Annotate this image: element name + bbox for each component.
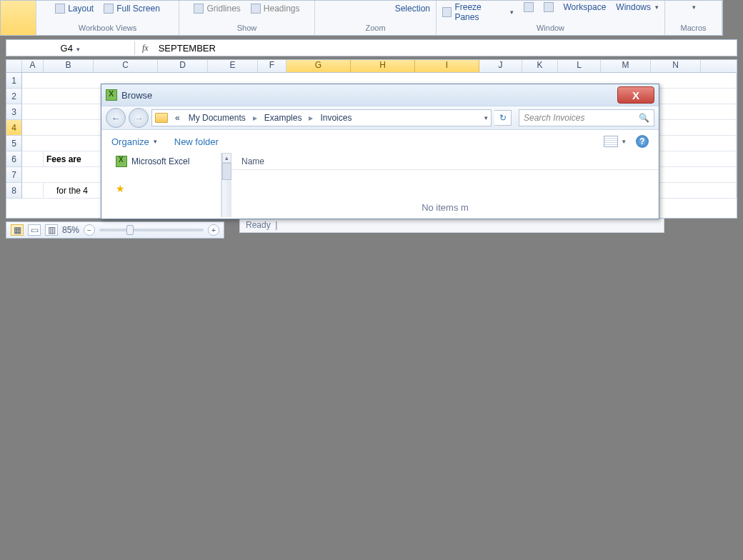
freeze-panes-button[interactable]: Freeze Panes▾ bbox=[439, 2, 517, 22]
column-header-name[interactable]: Name bbox=[241, 156, 264, 166]
new-folder-button[interactable]: New folder bbox=[174, 136, 219, 147]
col-header-c[interactable]: C bbox=[94, 60, 158, 72]
chevron-down-icon: ▾ bbox=[622, 138, 626, 145]
col-header-k[interactable]: K bbox=[522, 60, 558, 72]
sidebar-item-favorites[interactable]: ★ bbox=[101, 180, 221, 197]
col-header-i[interactable]: I bbox=[415, 60, 479, 72]
row-header[interactable]: 5 bbox=[6, 136, 22, 151]
window-split-2[interactable] bbox=[541, 2, 557, 12]
col-header-n[interactable]: N bbox=[651, 60, 701, 72]
layout-button[interactable]: Layout bbox=[52, 4, 96, 14]
help-button[interactable]: ? bbox=[636, 135, 649, 148]
col-header-d[interactable]: D bbox=[158, 60, 208, 72]
layout-icon bbox=[55, 4, 65, 14]
row-header[interactable]: 3 bbox=[6, 104, 22, 120]
col-header-h[interactable]: H bbox=[351, 60, 415, 72]
scroll-up-icon[interactable]: ▴ bbox=[222, 153, 231, 163]
view-pagebreak-button[interactable]: ▥ bbox=[45, 224, 58, 236]
cell[interactable] bbox=[22, 183, 44, 199]
dialog-sidebar: Microsoft Excel ★ bbox=[101, 153, 221, 217]
chevron-down-icon[interactable]: ▾ bbox=[692, 4, 696, 11]
gridlines-toggle[interactable]: Gridlines bbox=[191, 4, 243, 14]
zoom-selection-button[interactable]: Selection bbox=[392, 4, 433, 14]
excel-icon bbox=[106, 89, 117, 101]
switch-windows-button[interactable]: Windows▾ bbox=[613, 2, 662, 12]
chevron-down-icon: ▾ bbox=[76, 46, 80, 53]
close-icon: X bbox=[632, 89, 639, 101]
nav-forward-button[interactable]: → bbox=[129, 108, 149, 128]
row-header[interactable]: 4 bbox=[6, 120, 22, 136]
zoom-level: 85% bbox=[62, 225, 79, 235]
save-workspace-button[interactable]: Workspace bbox=[561, 2, 609, 12]
chevron-down-icon: ▾ bbox=[510, 9, 514, 16]
formula-input[interactable]: SEPTEMBER bbox=[156, 41, 737, 55]
row-header[interactable]: 7 bbox=[6, 167, 22, 183]
col-header-l[interactable]: L bbox=[558, 60, 601, 72]
row-header[interactable]: 1 bbox=[6, 73, 22, 89]
search-icon: 🔍 bbox=[639, 113, 649, 123]
organize-button[interactable]: Organize ▾ bbox=[111, 136, 157, 147]
zoom-thumb[interactable] bbox=[126, 225, 134, 235]
breadcrumb[interactable]: « My Documents▸ Examples▸ Invoices ▾ bbox=[151, 109, 492, 126]
row-header[interactable]: 6 bbox=[6, 151, 22, 167]
zoom-slider[interactable] bbox=[99, 229, 204, 231]
fx-button[interactable]: fx bbox=[135, 43, 156, 54]
sidebar-scrollbar[interactable]: ▴ bbox=[221, 153, 231, 217]
group-label-views: Workbook Views bbox=[79, 22, 137, 34]
status-bar: ▦ ▭ ▥ 85% − + bbox=[6, 221, 224, 239]
ribbon: Layout Full Screen Workbook Views Gridli… bbox=[0, 0, 723, 36]
breadcrumb-item[interactable]: Invoices bbox=[316, 113, 356, 123]
zoom-out-button[interactable]: − bbox=[84, 224, 95, 236]
gridlines-icon bbox=[194, 4, 204, 14]
name-box[interactable]: G4 ▾ bbox=[6, 41, 135, 55]
group-label-macros: Macros bbox=[680, 22, 706, 34]
sidebar-item-excel[interactable]: Microsoft Excel bbox=[101, 153, 221, 170]
breadcrumb-item[interactable]: Examples bbox=[260, 113, 306, 123]
close-button[interactable]: X bbox=[617, 86, 654, 104]
empty-message: No items m bbox=[231, 170, 659, 217]
row-header[interactable]: 2 bbox=[6, 89, 22, 104]
view-normal-button[interactable]: ▦ bbox=[11, 224, 24, 236]
view-options-button[interactable]: ▾ bbox=[604, 136, 626, 147]
freeze-icon bbox=[442, 7, 452, 17]
refresh-button[interactable]: ↻ bbox=[494, 110, 512, 126]
select-all-corner[interactable] bbox=[6, 60, 22, 72]
folder-icon bbox=[155, 113, 168, 123]
col-header-g[interactable]: G bbox=[286, 60, 351, 72]
dialog-navbar: ← → « My Documents▸ Examples▸ Invoices ▾… bbox=[101, 106, 659, 130]
col-header-m[interactable]: M bbox=[601, 60, 651, 72]
chevron-down-icon[interactable]: ▾ bbox=[484, 114, 488, 121]
search-input[interactable]: Search Invoices 🔍 bbox=[519, 109, 654, 126]
col-header-e[interactable]: E bbox=[208, 60, 258, 72]
group-label-show: Show bbox=[237, 22, 257, 34]
excel-icon bbox=[116, 156, 127, 167]
breadcrumb-item[interactable]: My Documents bbox=[184, 113, 250, 123]
col-header-f[interactable]: F bbox=[258, 60, 286, 72]
col-header-b[interactable]: B bbox=[44, 60, 94, 72]
view-list-icon bbox=[604, 136, 618, 147]
group-label-zoom: Zoom bbox=[365, 22, 385, 34]
split-icon bbox=[524, 2, 534, 12]
ready-strip: Ready | bbox=[239, 219, 664, 233]
headings-icon bbox=[251, 4, 261, 14]
scroll-thumb[interactable] bbox=[222, 163, 231, 180]
chevron-right-icon: ▸ bbox=[250, 113, 260, 123]
col-header-a[interactable]: A bbox=[22, 60, 44, 72]
nav-back-button[interactable]: ← bbox=[106, 108, 126, 128]
chevron-right-icon: ▸ bbox=[306, 113, 316, 123]
fullscreen-button[interactable]: Full Screen bbox=[101, 4, 163, 14]
row-header[interactable]: 8 bbox=[6, 183, 22, 199]
col-header-j[interactable]: J bbox=[479, 60, 522, 72]
list-header: Name bbox=[231, 153, 659, 170]
dialog-body: Microsoft Excel ★ ▴ Name No items m bbox=[101, 153, 659, 217]
chevron-down-icon: ▾ bbox=[655, 4, 659, 11]
dialog-title: Browse bbox=[121, 90, 152, 101]
zoom-in-button[interactable]: + bbox=[208, 224, 219, 236]
cell[interactable] bbox=[22, 151, 44, 167]
view-layout-button[interactable]: ▭ bbox=[28, 224, 41, 236]
star-icon: ★ bbox=[116, 183, 125, 194]
formula-bar: G4 ▾ fx SEPTEMBER bbox=[6, 39, 737, 56]
dialog-titlebar[interactable]: Browse X bbox=[101, 84, 659, 106]
headings-toggle[interactable]: Headings bbox=[248, 4, 303, 14]
window-split-1[interactable] bbox=[521, 2, 537, 12]
